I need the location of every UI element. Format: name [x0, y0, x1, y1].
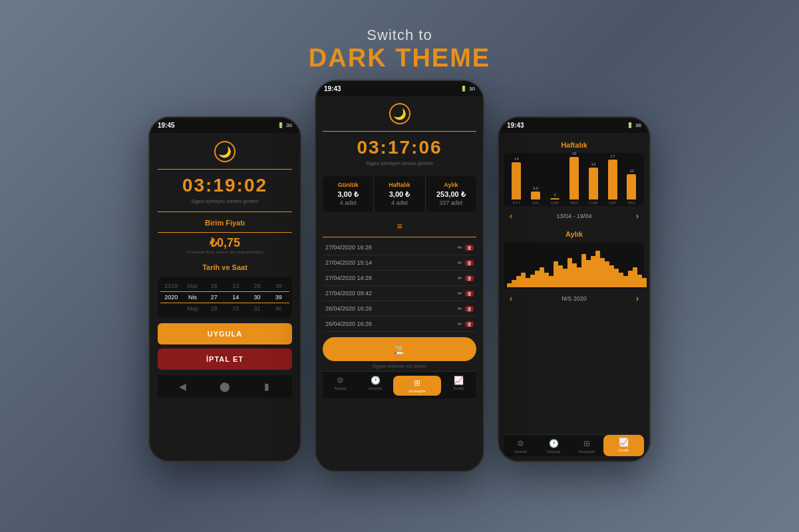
edit-icon-6[interactable]: ✏ [458, 321, 462, 327]
bar-paz-bar [627, 174, 636, 200]
delete-icon-5[interactable]: 🗑 [465, 306, 474, 312]
edit-icon-3[interactable]: ✏ [458, 275, 462, 281]
back-nav-icon[interactable]: ◀ [173, 380, 193, 392]
month-nav: ‹ NIS 2020 › [504, 291, 644, 306]
bar-label-cmt: 17 [610, 154, 615, 158]
moon-icon: 🌙 [214, 141, 236, 162]
bar-day-cmt: CMT [608, 201, 617, 205]
monthly-bar-fill-24 [619, 273, 623, 287]
bar-label-car: 0 [554, 193, 556, 197]
btab-gecmis-label: Geçmiş [547, 450, 560, 454]
apply-button[interactable]: UYGULA [158, 323, 292, 344]
list-actions-1: ✏ 🗑 [458, 245, 474, 251]
btab-settings-icon: ⚙ [517, 439, 524, 448]
phone-center-content: 🌙 03:17:06 Sigara içilmeyen zamanı göste… [316, 96, 483, 471]
edit-icon-4[interactable]: ✏ [458, 291, 462, 297]
btab-ayarlar[interactable]: ⚙ Ayarlar [504, 435, 538, 456]
btab-grafik-label: Grafik [618, 448, 629, 452]
monthly-bar-11 [558, 265, 563, 287]
date-row-active[interactable]: 2020 Nis 27 14 30 39 [160, 291, 289, 303]
edit-icon-5[interactable]: ✏ [458, 306, 462, 312]
date-picker[interactable]: 2019 Mar 26 13 29 38 2020 Nis 27 14 30 3… [158, 277, 292, 318]
list-item-6[interactable]: 26/04/2020 16:26 ✏ 🗑 [323, 317, 476, 332]
cancel-button[interactable]: İPTAL ET [158, 348, 292, 370]
add-cigarette-button[interactable]: 🚬 [323, 337, 476, 361]
home-nav-icon[interactable]: ⬤ [215, 380, 235, 392]
delete-icon-6[interactable]: 🗑 [465, 321, 474, 327]
price-note: (Yımsayan fiyatı ayarlar dan değiştirile… [158, 250, 292, 254]
chart-icon: 📈 [454, 376, 464, 385]
phone-left: 19:45 🔋 30 🌙 03:19:02 Sigara içilmeyen z… [148, 116, 301, 462]
monthly-bar-fill-16 [581, 254, 586, 287]
dark-theme-label: DARK THEME [309, 44, 490, 72]
edit-icon-1[interactable]: ✏ [458, 245, 462, 251]
home-icon: ⊞ [414, 378, 420, 388]
edit-icon-2[interactable]: ✏ [458, 260, 462, 266]
settings-icon: ⚙ [337, 376, 344, 385]
monthly-bar-25 [623, 276, 628, 287]
list-actions-5: ✏ 🗑 [458, 306, 474, 312]
month-prev-arrow[interactable]: ‹ [510, 294, 512, 303]
phone-left-content: 🌙 03:19:02 Sigara içilmeyen zamanı göste… [150, 133, 300, 462]
list-actions-3: ✏ 🗑 [458, 275, 474, 281]
list-item-5[interactable]: 26/04/2020 16:26 ✏ 🗑 [323, 301, 476, 317]
monthly-bar-fill-21 [605, 261, 609, 287]
list-item-3[interactable]: 27/04/2020 14:28 ✏ 🗑 [323, 271, 476, 286]
moon-icon-c: 🌙 [389, 103, 410, 124]
monthly-bar-6 [535, 271, 540, 287]
list-actions-2: ✏ 🗑 [458, 260, 474, 266]
list-datetime-1: 27/04/2020 16:26 [325, 244, 372, 251]
list-datetime-6: 26/04/2020 16:26 [325, 321, 372, 327]
divider-3 [158, 232, 292, 233]
btab-grafik[interactable]: 📈 Grafik [603, 435, 645, 456]
week-nav: ‹ 13/04 - 19/04 › [504, 209, 644, 223]
add-btn-label: Sigara eklemek için dokun [323, 364, 476, 368]
tab-gecmis[interactable]: 🕐 Geçmiş [358, 376, 393, 396]
divider-2 [158, 211, 292, 212]
tab-ayarlar-label: Ayarlar [334, 386, 347, 390]
tab-ayarlar[interactable]: ⚙ Ayarlar [323, 376, 358, 396]
date-row-1[interactable]: 2019 Mar 26 13 29 38 [160, 281, 289, 291]
bar-car-bar [550, 198, 559, 200]
monthly-bar-22 [609, 265, 614, 287]
monthly-bar-fill-13 [567, 258, 572, 287]
btab-ayarlar-label: Ayarlar [514, 450, 527, 454]
tab-grafik[interactable]: 📈 Grafik [441, 376, 476, 396]
history-icon: 🕐 [371, 376, 381, 385]
btab-gecmis[interactable]: 🕐 Geçmiş [538, 435, 571, 456]
monthly-bar-16 [581, 254, 586, 287]
delete-icon-1[interactable]: 🗑 [465, 245, 474, 251]
week-prev-arrow[interactable]: ‹ [510, 211, 512, 221]
list-datetime-4: 27/04/2020 09:42 [325, 290, 372, 297]
recents-nav-icon[interactable]: ▮ [257, 380, 277, 392]
stat-count-weekly: 4 adet [377, 200, 422, 206]
timer-sub-center: Sigara içilmeyen zamanı gösterir [323, 161, 476, 166]
cigarette-icon: 🚬 [394, 344, 405, 354]
logo-wrap-c: 🌙 [323, 103, 476, 124]
monthly-bar-fill-27 [633, 267, 637, 287]
tab-gecmis-label: Geçmiş [369, 386, 382, 390]
stat-daily: Günlük 3,00 ₺ 4 adet [323, 176, 374, 211]
monthly-bar-8 [544, 273, 549, 287]
delete-icon-3[interactable]: 🗑 [465, 275, 474, 281]
monthly-bar-fill-12 [563, 269, 567, 287]
delete-icon-2[interactable]: 🗑 [465, 260, 474, 266]
delete-icon-4[interactable]: 🗑 [465, 291, 474, 297]
phone-center: 19:43 🔋 30 🌙 03:17:06 Sigara içilmeyen z… [315, 80, 484, 472]
timer-center: 03:17:06 [323, 137, 476, 158]
battery-icon: 🔋 [277, 122, 284, 128]
month-next-arrow[interactable]: › [636, 294, 639, 303]
tab-anasayfa[interactable]: ⊞ Anasayfa [393, 376, 442, 396]
month-label: NIS 2020 [561, 295, 587, 302]
list-item-2[interactable]: 27/04/2020 15:14 ✏ 🗑 [323, 255, 476, 271]
list-item-4[interactable]: 27/04/2020 09:42 ✏ 🗑 [323, 286, 476, 301]
week-next-arrow[interactable]: › [636, 211, 639, 221]
btab-anasayfa[interactable]: ⊞ Anasayfa [570, 435, 603, 456]
list-actions-6: ✏ 🗑 [458, 321, 474, 327]
monthly-bar-15 [577, 267, 581, 287]
list-item-1[interactable]: 27/04/2020 16:26 ✏ 🗑 [323, 240, 476, 255]
phone-right-content: Haftalık 14 PZT 3,0 SAL 0 [499, 133, 649, 462]
tab-grafik-label: Grafik [454, 386, 464, 390]
date-row-3[interactable]: May 28 15 31 40 [160, 303, 289, 314]
monthly-bar-1 [512, 280, 516, 287]
